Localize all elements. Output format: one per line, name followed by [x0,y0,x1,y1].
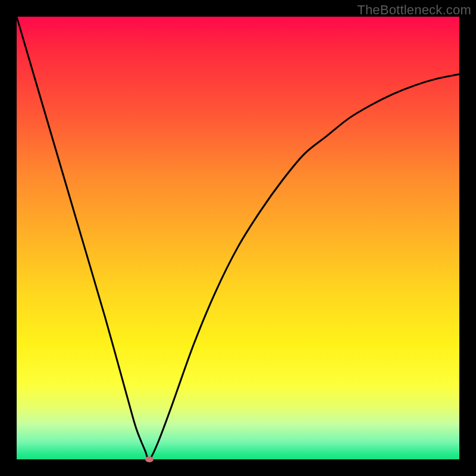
plot-area [17,17,459,459]
minimum-marker [145,456,154,462]
watermark-text: TheBottleneck.com [357,2,471,18]
chart-frame [17,17,459,459]
bottleneck-curve [17,17,459,459]
